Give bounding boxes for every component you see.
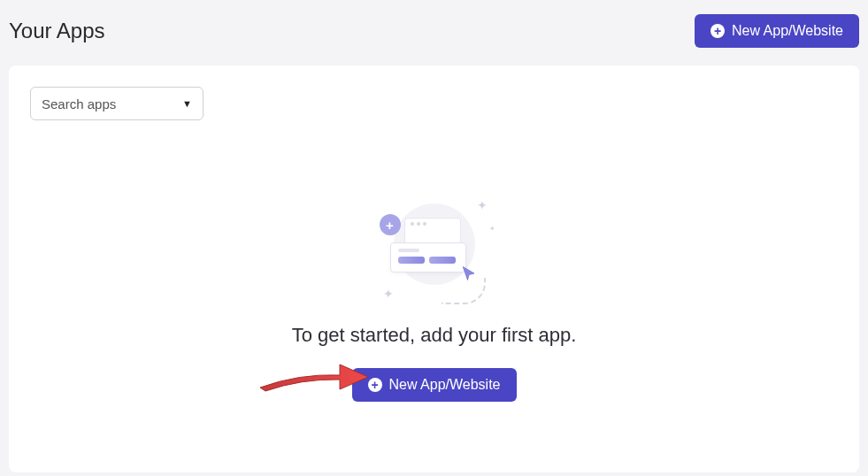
apps-card: Search apps ▼ ✦ ✦ ✦ + To get started, ad…: [9, 65, 859, 472]
plus-circle-icon: +: [368, 378, 382, 392]
page-header: Your Apps + New App/Website: [0, 0, 868, 65]
plus-icon: +: [380, 214, 401, 235]
cursor-icon: [461, 265, 477, 281]
empty-state-title: To get started, add your first app.: [292, 324, 577, 347]
search-apps-select[interactable]: Search apps ▼: [30, 87, 204, 120]
empty-illustration: ✦ ✦ ✦ +: [373, 198, 496, 304]
new-app-button-label: New App/Website: [732, 23, 843, 39]
plus-circle-icon: +: [711, 24, 725, 38]
sparkle-icon: ✦: [477, 198, 488, 212]
page-title: Your Apps: [9, 19, 105, 43]
search-apps-placeholder: Search apps: [42, 96, 116, 111]
new-app-button[interactable]: + New App/Website: [695, 14, 859, 48]
empty-state-cta-label: New App/Website: [389, 377, 501, 393]
empty-state: ✦ ✦ ✦ + To get started, add your first a…: [9, 198, 859, 402]
sparkle-icon: ✦: [383, 287, 394, 301]
sparkle-icon: ✦: [489, 225, 495, 233]
empty-state-new-app-button[interactable]: + New App/Website: [352, 368, 517, 402]
chevron-down-icon: ▼: [182, 98, 192, 109]
